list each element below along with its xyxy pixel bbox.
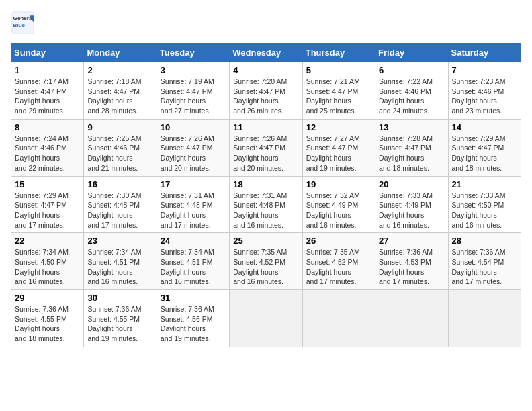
- day-info: Sunrise: 7:36 AMSunset: 4:55 PMDaylight …: [15, 305, 69, 342]
- day-number: 23: [87, 236, 152, 246]
- calendar-day-cell: 27Sunrise: 7:36 AMSunset: 4:53 PMDayligh…: [375, 233, 448, 290]
- day-number: 3: [161, 65, 226, 75]
- day-info: Sunrise: 7:31 AMSunset: 4:48 PMDaylight …: [233, 191, 287, 229]
- page-header: General Blue: [11, 11, 521, 35]
- day-number: 28: [452, 236, 517, 246]
- calendar-day-cell: 16Sunrise: 7:30 AMSunset: 4:48 PMDayligh…: [84, 176, 157, 233]
- calendar-day-cell: 17Sunrise: 7:31 AMSunset: 4:48 PMDayligh…: [157, 176, 229, 233]
- calendar-day-cell: 24Sunrise: 7:34 AMSunset: 4:51 PMDayligh…: [157, 233, 229, 290]
- header-wednesday: Wednesday: [230, 44, 302, 62]
- calendar-day-cell: 11Sunrise: 7:26 AMSunset: 4:47 PMDayligh…: [230, 119, 302, 176]
- calendar-day-cell: [230, 290, 302, 347]
- calendar-day-cell: 3Sunrise: 7:19 AMSunset: 4:47 PMDaylight…: [157, 62, 229, 120]
- calendar-day-cell: 25Sunrise: 7:35 AMSunset: 4:52 PMDayligh…: [230, 233, 302, 290]
- day-number: 1: [15, 65, 80, 75]
- day-info: Sunrise: 7:21 AMSunset: 4:47 PMDaylight …: [306, 77, 360, 115]
- calendar-day-cell: [302, 290, 375, 347]
- calendar-day-cell: 22Sunrise: 7:34 AMSunset: 4:50 PMDayligh…: [11, 233, 84, 290]
- day-info: Sunrise: 7:20 AMSunset: 4:47 PMDaylight …: [233, 77, 287, 115]
- calendar-day-cell: 28Sunrise: 7:36 AMSunset: 4:54 PMDayligh…: [448, 233, 521, 290]
- day-number: 12: [306, 122, 371, 132]
- calendar-day-cell: 18Sunrise: 7:31 AMSunset: 4:48 PMDayligh…: [230, 176, 302, 233]
- day-number: 18: [233, 179, 298, 189]
- day-number: 10: [161, 122, 226, 132]
- day-number: 14: [452, 122, 517, 132]
- calendar-week-row: 22Sunrise: 7:34 AMSunset: 4:50 PMDayligh…: [11, 233, 521, 290]
- calendar-table: SundayMondayTuesdayWednesdayThursdayFrid…: [11, 43, 521, 347]
- svg-text:Blue: Blue: [13, 22, 26, 28]
- day-info: Sunrise: 7:22 AMSunset: 4:46 PMDaylight …: [379, 77, 433, 115]
- calendar-day-cell: 5Sunrise: 7:21 AMSunset: 4:47 PMDaylight…: [302, 62, 375, 120]
- day-info: Sunrise: 7:17 AMSunset: 4:47 PMDaylight …: [15, 77, 69, 115]
- calendar-week-row: 1Sunrise: 7:17 AMSunset: 4:47 PMDaylight…: [11, 62, 521, 120]
- calendar-day-cell: 19Sunrise: 7:32 AMSunset: 4:49 PMDayligh…: [302, 176, 375, 233]
- day-info: Sunrise: 7:31 AMSunset: 4:48 PMDaylight …: [161, 191, 214, 229]
- calendar-day-cell: 6Sunrise: 7:22 AMSunset: 4:46 PMDaylight…: [375, 62, 448, 120]
- day-info: Sunrise: 7:34 AMSunset: 4:50 PMDaylight …: [15, 248, 69, 285]
- calendar-day-cell: 12Sunrise: 7:27 AMSunset: 4:47 PMDayligh…: [302, 119, 375, 176]
- calendar-day-cell: 8Sunrise: 7:24 AMSunset: 4:46 PMDaylight…: [11, 119, 84, 176]
- calendar-day-cell: 1Sunrise: 7:17 AMSunset: 4:47 PMDaylight…: [11, 62, 84, 120]
- day-number: 31: [161, 293, 226, 303]
- day-number: 11: [233, 122, 298, 132]
- calendar-header-row: SundayMondayTuesdayWednesdayThursdayFrid…: [11, 44, 521, 62]
- day-info: Sunrise: 7:33 AMSunset: 4:49 PMDaylight …: [379, 191, 433, 229]
- day-info: Sunrise: 7:30 AMSunset: 4:48 PMDaylight …: [87, 191, 141, 229]
- day-info: Sunrise: 7:35 AMSunset: 4:52 PMDaylight …: [306, 248, 360, 285]
- header-sunday: Sunday: [11, 44, 84, 62]
- day-number: 2: [87, 65, 152, 75]
- calendar-day-cell: 4Sunrise: 7:20 AMSunset: 4:47 PMDaylight…: [230, 62, 302, 120]
- day-info: Sunrise: 7:28 AMSunset: 4:47 PMDaylight …: [379, 134, 433, 172]
- calendar-day-cell: 29Sunrise: 7:36 AMSunset: 4:55 PMDayligh…: [11, 290, 84, 347]
- calendar-day-cell: 14Sunrise: 7:29 AMSunset: 4:47 PMDayligh…: [448, 119, 521, 176]
- day-number: 19: [306, 179, 371, 189]
- header-saturday: Saturday: [448, 44, 521, 62]
- calendar-day-cell: 2Sunrise: 7:18 AMSunset: 4:47 PMDaylight…: [84, 62, 157, 120]
- day-info: Sunrise: 7:35 AMSunset: 4:52 PMDaylight …: [233, 248, 287, 285]
- day-number: 21: [452, 179, 517, 189]
- calendar-day-cell: [448, 290, 521, 347]
- day-info: Sunrise: 7:18 AMSunset: 4:47 PMDaylight …: [87, 77, 141, 115]
- day-info: Sunrise: 7:19 AMSunset: 4:47 PMDaylight …: [161, 77, 214, 115]
- calendar-day-cell: 26Sunrise: 7:35 AMSunset: 4:52 PMDayligh…: [302, 233, 375, 290]
- day-number: 27: [379, 236, 444, 246]
- day-info: Sunrise: 7:25 AMSunset: 4:46 PMDaylight …: [87, 134, 141, 172]
- day-info: Sunrise: 7:32 AMSunset: 4:49 PMDaylight …: [306, 191, 360, 229]
- day-number: 5: [306, 65, 371, 75]
- day-info: Sunrise: 7:27 AMSunset: 4:47 PMDaylight …: [306, 134, 360, 172]
- calendar-day-cell: 30Sunrise: 7:36 AMSunset: 4:55 PMDayligh…: [84, 290, 157, 347]
- day-info: Sunrise: 7:29 AMSunset: 4:47 PMDaylight …: [452, 134, 506, 172]
- day-number: 30: [87, 293, 152, 303]
- day-number: 20: [379, 179, 444, 189]
- day-info: Sunrise: 7:36 AMSunset: 4:56 PMDaylight …: [161, 305, 214, 342]
- day-info: Sunrise: 7:33 AMSunset: 4:50 PMDaylight …: [452, 191, 506, 229]
- calendar-day-cell: 31Sunrise: 7:36 AMSunset: 4:56 PMDayligh…: [157, 290, 229, 347]
- day-info: Sunrise: 7:36 AMSunset: 4:54 PMDaylight …: [452, 248, 506, 285]
- day-number: 4: [233, 65, 298, 75]
- calendar-day-cell: 10Sunrise: 7:26 AMSunset: 4:47 PMDayligh…: [157, 119, 229, 176]
- day-info: Sunrise: 7:36 AMSunset: 4:55 PMDaylight …: [87, 305, 141, 342]
- calendar-week-row: 15Sunrise: 7:29 AMSunset: 4:47 PMDayligh…: [11, 176, 521, 233]
- logo-icon: General Blue: [11, 11, 35, 35]
- calendar-week-row: 8Sunrise: 7:24 AMSunset: 4:46 PMDaylight…: [11, 119, 521, 176]
- day-number: 26: [306, 236, 371, 246]
- day-number: 13: [379, 122, 444, 132]
- calendar-week-row: 29Sunrise: 7:36 AMSunset: 4:55 PMDayligh…: [11, 290, 521, 347]
- day-info: Sunrise: 7:26 AMSunset: 4:47 PMDaylight …: [233, 134, 287, 172]
- day-info: Sunrise: 7:23 AMSunset: 4:46 PMDaylight …: [452, 77, 506, 115]
- day-number: 15: [15, 179, 80, 189]
- day-info: Sunrise: 7:26 AMSunset: 4:47 PMDaylight …: [161, 134, 214, 172]
- day-number: 22: [15, 236, 80, 246]
- day-number: 16: [87, 179, 152, 189]
- day-info: Sunrise: 7:34 AMSunset: 4:51 PMDaylight …: [161, 248, 214, 285]
- calendar-day-cell: 21Sunrise: 7:33 AMSunset: 4:50 PMDayligh…: [448, 176, 521, 233]
- day-info: Sunrise: 7:29 AMSunset: 4:47 PMDaylight …: [15, 191, 69, 229]
- calendar-day-cell: [375, 290, 448, 347]
- day-info: Sunrise: 7:24 AMSunset: 4:46 PMDaylight …: [15, 134, 69, 172]
- day-number: 24: [161, 236, 226, 246]
- calendar-day-cell: 7Sunrise: 7:23 AMSunset: 4:46 PMDaylight…: [448, 62, 521, 120]
- day-number: 6: [379, 65, 444, 75]
- day-number: 17: [161, 179, 226, 189]
- calendar-day-cell: 13Sunrise: 7:28 AMSunset: 4:47 PMDayligh…: [375, 119, 448, 176]
- day-number: 25: [233, 236, 298, 246]
